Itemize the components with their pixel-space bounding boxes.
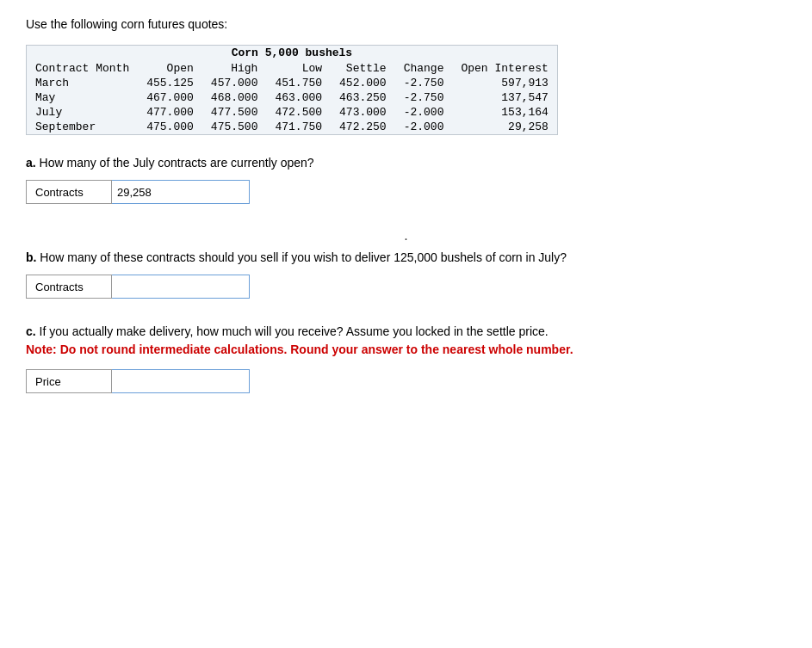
question-a-label-box: Contracts bbox=[26, 180, 112, 204]
table-cell: -2.000 bbox=[395, 105, 453, 120]
table-cell: 153,164 bbox=[452, 105, 557, 120]
question-b-input[interactable] bbox=[112, 275, 250, 299]
table-cell: 457.000 bbox=[202, 76, 267, 90]
table-cell: 472.250 bbox=[331, 120, 395, 135]
table-cell: 477.000 bbox=[138, 105, 202, 120]
table-cell: 468.000 bbox=[202, 90, 267, 105]
table-cell: 471.750 bbox=[266, 120, 331, 135]
table-cell: 473.000 bbox=[331, 105, 395, 120]
table-row: September475.000475.500471.750472.250-2.… bbox=[27, 120, 558, 135]
table-cell: 452.000 bbox=[331, 76, 395, 90]
intro-text: Use the following corn futures quotes: bbox=[26, 17, 786, 31]
table-cell: 137,547 bbox=[452, 90, 557, 105]
col-header-high: High bbox=[202, 61, 267, 76]
table-cell: -2.000 bbox=[395, 120, 453, 135]
section-a: a. How many of the July contracts are cu… bbox=[26, 156, 786, 204]
col-header-settle: Settle bbox=[331, 61, 395, 76]
question-b-label-box: Contracts bbox=[26, 275, 112, 299]
table-cell: -2.750 bbox=[395, 90, 453, 105]
table-cell: 475.000 bbox=[138, 120, 202, 135]
table-cell: 29,258 bbox=[452, 120, 557, 135]
col-header-month: Contract Month bbox=[27, 61, 139, 76]
question-c-note: Note: Do not round intermediate calculat… bbox=[26, 343, 573, 356]
col-header-open-interest: Open Interest bbox=[452, 61, 557, 76]
futures-table: Corn 5,000 bushels Contract Month Open H… bbox=[26, 45, 558, 135]
table-cell: 467.000 bbox=[138, 90, 202, 105]
table-cell: -2.750 bbox=[395, 76, 453, 90]
table-cell: March bbox=[27, 76, 139, 90]
table-cell: 463.250 bbox=[331, 90, 395, 105]
question-c-label-box: Price bbox=[26, 369, 112, 393]
col-header-change: Change bbox=[395, 61, 453, 76]
dot: . bbox=[26, 228, 786, 244]
table-cell: 451.750 bbox=[266, 76, 331, 90]
question-b-input-row: Contracts bbox=[26, 275, 786, 299]
table-cell: 475.500 bbox=[202, 120, 267, 135]
table-cell: 463.000 bbox=[266, 90, 331, 105]
question-a-input[interactable] bbox=[112, 180, 250, 204]
col-header-open: Open bbox=[138, 61, 202, 76]
table-row: July477.000477.500472.500473.000-2.00015… bbox=[27, 105, 558, 120]
section-b: b. How many of these contracts should yo… bbox=[26, 250, 786, 299]
section-c: c. If you actually make delivery, how mu… bbox=[26, 323, 786, 393]
futures-table-wrapper: Corn 5,000 bushels Contract Month Open H… bbox=[26, 45, 786, 135]
table-row: May467.000468.000463.000463.250-2.750137… bbox=[27, 90, 558, 105]
table-cell: 472.500 bbox=[266, 105, 331, 120]
col-header-low: Low bbox=[266, 61, 331, 76]
question-b-text: b. How many of these contracts should yo… bbox=[26, 250, 786, 264]
table-cell: July bbox=[27, 105, 139, 120]
table-cell: 455.125 bbox=[138, 76, 202, 90]
question-c-text: c. If you actually make delivery, how mu… bbox=[26, 323, 786, 359]
table-title: Corn 5,000 bushels bbox=[27, 46, 558, 62]
table-row: March455.125457.000451.750452.000-2.7505… bbox=[27, 76, 558, 90]
question-a-input-row: Contracts bbox=[26, 180, 786, 204]
table-cell: September bbox=[27, 120, 139, 135]
question-c-input-row: Price bbox=[26, 369, 786, 393]
question-a-text: a. How many of the July contracts are cu… bbox=[26, 156, 786, 170]
table-cell: 597,913 bbox=[452, 76, 557, 90]
question-c-input[interactable] bbox=[112, 369, 250, 393]
table-cell: May bbox=[27, 90, 139, 105]
table-cell: 477.500 bbox=[202, 105, 267, 120]
